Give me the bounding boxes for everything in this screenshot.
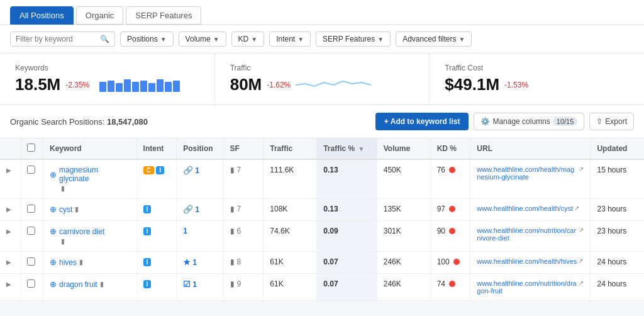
volume-cell: 135K (377, 199, 430, 221)
intent-badge-i: I (143, 227, 152, 235)
th-keyword[interactable]: Keyword (43, 138, 136, 159)
keyword-copy-icon: ▮ (79, 258, 83, 266)
position-link: 1 (183, 227, 216, 235)
tab-all-positions[interactable]: All Positions (10, 6, 74, 25)
filter-bar: 🔍 Positions ▼ Volume ▼ KD ▼ Intent ▼ SER… (0, 25, 644, 54)
traffic-change: -1.62% (267, 81, 291, 89)
traffic-cost-change: -1.53% (504, 81, 528, 89)
keywords-table: Keyword Intent Position SF Traffic Traff… (0, 138, 644, 301)
keyword-copy-icon: ▮ (75, 205, 79, 213)
th-traffic[interactable]: Traffic (264, 138, 317, 159)
sf-cell: ▮ 7 (230, 166, 257, 174)
positions-filter-btn[interactable]: Positions ▼ (120, 31, 174, 47)
url-link[interactable]: www.healthline.com/nutrition/dragon-frui… (477, 279, 577, 295)
th-url[interactable]: URL (470, 138, 591, 159)
keywords-card: Keywords 18.5M -2.35% (0, 54, 215, 104)
intent-badge-i: I (156, 166, 164, 174)
row-checkbox[interactable] (27, 279, 35, 288)
th-position[interactable]: Position (177, 138, 223, 159)
kd-dot (449, 206, 455, 212)
volume-filter-btn[interactable]: Volume ▼ (179, 31, 226, 47)
row-checkbox[interactable] (27, 205, 35, 213)
table-section: Organic Search Positions: 18,547,080 + A… (0, 105, 644, 301)
sf-copy-icon: ▮ (230, 257, 235, 266)
th-sf[interactable]: SF (223, 138, 264, 159)
url-link[interactable]: www.healthline.com/health/cyst (477, 205, 573, 212)
intent-badge-i: I (143, 205, 152, 213)
row-checkbox[interactable] (27, 227, 35, 235)
expand-row-btn[interactable]: ▶ (6, 206, 11, 213)
updated-cell: 15 hours (591, 159, 644, 199)
url-link[interactable]: www.healthline.com/health/magnesium-glyc… (477, 166, 577, 181)
plus-circle-icon: ⊕ (50, 170, 57, 179)
position-link: 🔗 1 (183, 205, 216, 214)
th-intent[interactable]: Intent (136, 138, 177, 159)
intent-filter-btn[interactable]: Intent ▼ (269, 31, 311, 47)
select-all-checkbox[interactable] (27, 144, 35, 152)
traffic-value: 80M -1.62% (230, 75, 414, 94)
kd-cell: 100 (437, 257, 464, 266)
search-box[interactable]: 🔍 (10, 31, 115, 47)
traffic-cell: 61K (264, 252, 317, 274)
manage-columns-badge: 10/15 (553, 117, 578, 126)
organic-count: Organic Search Positions: 18,547,080 (10, 117, 148, 127)
expand-row-btn[interactable]: ▶ (6, 281, 11, 288)
manage-columns-button[interactable]: ⚙️ Manage columns 10/15 (474, 113, 584, 130)
check-icon: ☑ (183, 279, 191, 289)
table-header-row: Organic Search Positions: 18,547,080 + A… (0, 105, 644, 138)
add-to-keyword-list-button[interactable]: + Add to keyword list (375, 113, 469, 130)
table-header: Keyword Intent Position SF Traffic Traff… (0, 138, 644, 159)
tab-organic[interactable]: Organic (76, 6, 124, 25)
expand-row-btn[interactable]: ▶ (6, 228, 11, 235)
tab-serp-features[interactable]: SERP Features (126, 6, 201, 25)
expand-row-btn[interactable]: ▶ (6, 259, 11, 266)
kd-cell: 97 (437, 205, 464, 213)
keyword-link[interactable]: dragon fruit (59, 280, 97, 289)
sort-icon: ▼ (358, 145, 365, 152)
th-updated[interactable]: Updated (591, 138, 644, 159)
traffic-pct-cell: 0.07 (317, 252, 377, 274)
keyword-link[interactable]: carnivore diet (59, 227, 104, 236)
advanced-filters-btn[interactable]: Advanced filters ▼ (396, 31, 472, 47)
sf-copy-icon: ▮ (230, 279, 235, 288)
row-checkbox[interactable] (27, 166, 35, 174)
link-icon: 🔗 (183, 166, 193, 175)
th-volume[interactable]: Volume (377, 138, 430, 159)
keyword-copy-icon: ▮ (61, 237, 65, 245)
keyword-copy-icon: ▮ (100, 280, 104, 288)
search-input[interactable] (16, 35, 97, 43)
external-link-icon: ↗ (579, 227, 584, 234)
keyword-link[interactable]: hives (59, 258, 77, 267)
th-kd[interactable]: KD % (430, 138, 470, 159)
serp-features-filter-btn[interactable]: SERP Features ▼ (316, 31, 391, 47)
keyword-link[interactable]: cyst (59, 205, 72, 214)
kd-dot (453, 259, 460, 265)
table-actions: + Add to keyword list ⚙️ Manage columns … (375, 113, 634, 130)
traffic-cell: 74.6K (264, 221, 317, 252)
row-checkbox[interactable] (27, 257, 35, 266)
url-link[interactable]: www.healthline.com/nutrition/carnivore-d… (477, 227, 577, 242)
th-traffic-pct[interactable]: Traffic % ▼ (317, 138, 377, 159)
expand-row-btn[interactable]: ▶ (6, 167, 11, 174)
export-button[interactable]: ⇧ Export (589, 113, 634, 130)
plus-circle-icon: ⊕ (50, 227, 57, 236)
kd-filter-btn[interactable]: KD ▼ (231, 31, 265, 47)
traffic-cell: 61K (264, 274, 317, 301)
sf-copy-icon: ▮ (230, 227, 235, 235)
volume-cell: 246K (377, 252, 430, 274)
traffic-pct-cell: 0.07 (317, 274, 377, 301)
link-icon: 🔗 (183, 205, 193, 214)
sf-cell: ▮ 8 (230, 257, 257, 266)
traffic-pct-cell: 0.13 (317, 159, 377, 199)
chevron-down-icon: ▼ (160, 36, 167, 43)
table-row: ▶ ⊕ hives ▮ I ★ 1 (0, 252, 644, 274)
kd-dot (449, 281, 455, 287)
traffic-card: Traffic 80M -1.62% (215, 54, 430, 104)
updated-cell: 23 hours (591, 199, 644, 221)
keyword-link[interactable]: magnesium glycinate (59, 166, 130, 183)
chevron-down-icon: ▼ (297, 36, 304, 43)
th-expand (0, 138, 20, 159)
url-link[interactable]: www.healthline.com/health/hives (477, 257, 577, 265)
plus-circle-icon: ⊕ (50, 205, 57, 214)
kd-cell: 90 (437, 227, 464, 235)
